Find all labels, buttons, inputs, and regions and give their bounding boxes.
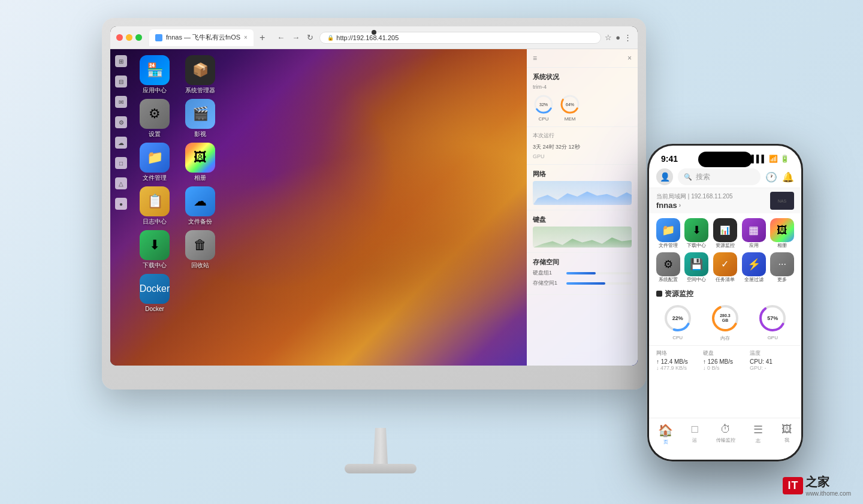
download-label: 下载中心 xyxy=(143,262,167,269)
iphone-screen: 9:41 ▌▌▌ 📶 🔋 👤 🔍 搜索 🕐 🔔 xyxy=(649,146,801,460)
app-video[interactable]: 🎬 影视 xyxy=(180,99,221,138)
bottom-nav-home[interactable]: 🏠 页 xyxy=(658,423,673,445)
iphone-app-space[interactable]: 💾 空间中心 xyxy=(684,252,710,283)
panel-menu-icon: ≡ xyxy=(533,54,537,62)
address-text: http://192.168.41.205 xyxy=(336,34,399,41)
uptime-value: 3天 24时 32分 12秒 xyxy=(533,143,632,151)
hostname: trim-4 xyxy=(533,84,632,90)
cpu-label: CPU xyxy=(539,116,549,122)
svg-text:32%: 32% xyxy=(539,102,548,107)
app-docker[interactable]: Docker Docker xyxy=(134,274,175,313)
iphone-app-apps[interactable]: ▦ 应用 xyxy=(741,218,767,249)
bell-icon[interactable]: 🔔 xyxy=(782,171,794,183)
browser-nav: ← → ↻ xyxy=(274,32,316,43)
sidebar-icon-6[interactable]: □ xyxy=(115,157,127,169)
app-settings[interactable]: ⚙ 设置 xyxy=(134,99,175,138)
browser-tab[interactable]: fnnas — 飞牛私有云fnOS × xyxy=(149,29,254,46)
profile-icon[interactable]: ● xyxy=(615,33,620,42)
log-nav-icon: ☰ xyxy=(753,423,763,436)
temp-cpu-value: CPU: 41 xyxy=(750,358,794,365)
tab-favicon xyxy=(155,34,162,41)
bookmark-icon[interactable]: ☆ xyxy=(605,33,612,42)
sidebar-icon-8[interactable]: ● xyxy=(115,198,127,210)
minimize-button[interactable] xyxy=(126,34,132,41)
iphone-photos-label: 相册 xyxy=(777,243,787,249)
maximize-button[interactable] xyxy=(135,34,142,41)
ithome-cn: 之家 xyxy=(805,474,829,490)
sidebar-icons: ⊞ ⊟ ✉ ⚙ ☁ □ △ ● xyxy=(115,55,127,210)
panel-close-button[interactable]: × xyxy=(627,54,632,62)
close-button[interactable] xyxy=(116,34,123,41)
resource-gauges: 22% CPU 280.3 GB 内存 xyxy=(656,303,794,342)
resource-mgr-label: 系统管理器 xyxy=(185,87,215,94)
sidebar-icon-4[interactable]: ⚙ xyxy=(115,116,127,128)
keyboard-chart xyxy=(533,227,632,248)
disk-bar-bg-2 xyxy=(566,282,632,285)
iphone-app-download[interactable]: ⬇ 下载中心 xyxy=(684,218,710,249)
app-recycle[interactable]: 🗑 回收站 xyxy=(180,230,221,269)
mem-ring: 280.3 GB xyxy=(710,303,741,334)
storage-title: 存储空间 xyxy=(533,258,632,267)
app-download[interactable]: ⬇ 下载中心 xyxy=(134,230,175,269)
iphone-nav-bar: 👤 🔍 搜索 🕐 🔔 xyxy=(649,166,801,188)
device-thumbnail: NAS xyxy=(770,192,794,210)
signal-icon: ▌▌▌ xyxy=(751,155,767,163)
run-icon: □ xyxy=(692,423,698,436)
mem-gauge-ring: 64% xyxy=(559,93,581,115)
back-button[interactable]: ← xyxy=(274,32,287,43)
app-backup[interactable]: ☁ 文件备份 xyxy=(180,186,221,225)
tab-close-button[interactable]: × xyxy=(244,34,248,41)
storage-section: 存储空间 硬盘组1 存储空间1 xyxy=(527,253,638,295)
net-stat-label: 网络 xyxy=(656,349,701,357)
recycle-icon: 🗑 xyxy=(185,230,215,260)
iphone-app-tasks[interactable]: ✓ 任务清单 xyxy=(712,252,738,283)
bottom-nav-transfer[interactable]: ⏱ 传输监控 xyxy=(716,423,735,443)
download-icon: ⬇ xyxy=(140,230,170,260)
refresh-button[interactable]: ↻ xyxy=(304,32,316,43)
me-icon: 🖼 xyxy=(781,423,792,436)
sidebar-icon-2[interactable]: ⊟ xyxy=(115,76,127,87)
app-log[interactable]: 📋 日志中心 xyxy=(134,186,175,225)
bottom-nav-log[interactable]: ☰ 志 xyxy=(753,423,763,444)
iphone-app-files[interactable]: 📁 文件管理 xyxy=(655,218,681,249)
new-tab-button[interactable]: + xyxy=(257,32,267,43)
iphone-monitor-label: 资源监控 xyxy=(716,243,735,249)
resource-title-row: 资源监控 xyxy=(656,289,794,299)
sidebar-icon-7[interactable]: △ xyxy=(115,177,127,189)
resource-title: 资源监控 xyxy=(665,289,693,299)
sidebar-icon-5[interactable]: ☁ xyxy=(115,137,127,149)
iphone-app-more[interactable]: ··· 更多 xyxy=(769,252,795,283)
iphone-bottom-nav: 🏠 页 □ 运 ⏱ 传输监控 ☰ 志 🖼 我 xyxy=(649,418,801,460)
iphone-app-filter[interactable]: ⚡ 全屋过滤 xyxy=(741,252,767,283)
app-app-store[interactable]: 🏪 应用中心 xyxy=(134,55,175,94)
keyboard-chart-line xyxy=(533,235,632,248)
transfer-label: 传输监控 xyxy=(716,437,735,443)
user-avatar[interactable]: 👤 xyxy=(656,168,673,185)
uptime-cpu-note: GPU xyxy=(533,153,632,159)
sidebar-icon-3[interactable]: ✉ xyxy=(115,96,127,108)
mem-val-text: 280.3 GB xyxy=(717,313,733,323)
network-title: 网络 xyxy=(533,170,632,179)
settings-label: 设置 xyxy=(149,131,161,138)
iphone-app-sysconfig[interactable]: ⚙ 系统配置 xyxy=(655,252,681,283)
app-files[interactable]: 📁 文件管理 xyxy=(134,143,175,182)
iphone-app-monitor[interactable]: 📊 资源监控 xyxy=(712,218,738,249)
backup-label: 文件备份 xyxy=(188,218,212,225)
device-name: fnnas › xyxy=(656,201,733,210)
sidebar-icon-1[interactable]: ⊞ xyxy=(115,55,127,67)
bottom-nav-run[interactable]: □ 运 xyxy=(692,423,698,443)
disk-label-1: 硬盘组1 xyxy=(533,269,563,277)
imac-screen-bezel: fnnas — 飞牛私有云fnOS × + ← → ↻ 🔒 http://192… xyxy=(110,26,638,366)
address-bar[interactable]: 🔒 http://192.168.41.205 xyxy=(319,32,601,44)
cpu-gauge-label: CPU xyxy=(672,335,683,340)
search-bar[interactable]: 🔍 搜索 xyxy=(678,168,761,185)
iphone-app-photos[interactable]: 🖼 相册 xyxy=(769,218,795,249)
keyboard-title: 键盘 xyxy=(533,215,632,224)
app-resource-mgr[interactable]: 📦 系统管理器 xyxy=(180,55,221,94)
app-photos[interactable]: 🖼 相册 xyxy=(180,143,221,182)
clock-icon[interactable]: 🕐 xyxy=(765,171,777,183)
menu-icon[interactable]: ⋮ xyxy=(624,33,632,42)
bottom-nav-me[interactable]: 🖼 我 xyxy=(781,423,792,443)
forward-button[interactable]: → xyxy=(289,32,302,43)
ithome-text: 之家 www.ithome.com xyxy=(805,474,851,497)
